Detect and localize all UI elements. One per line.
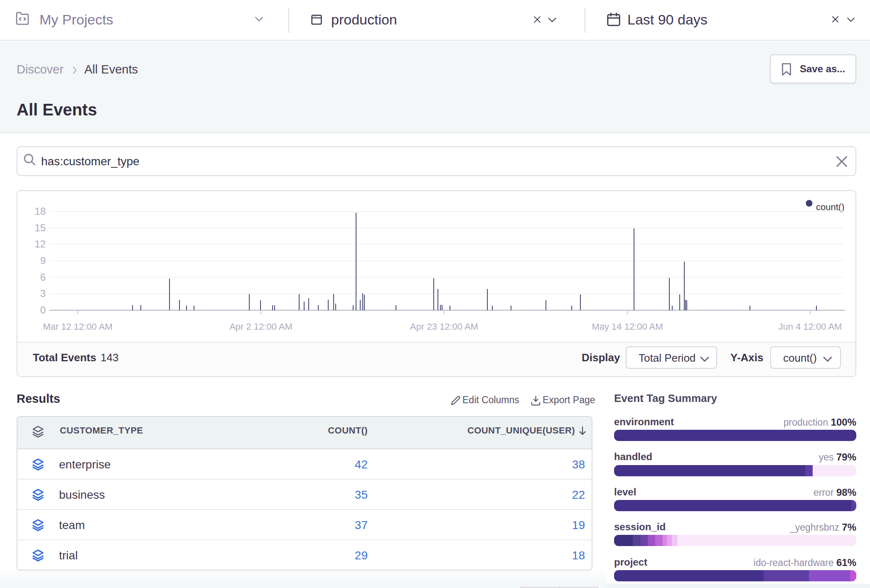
svg-text:May 14 12:00 AM: May 14 12:00 AM bbox=[592, 321, 663, 332]
svg-text:Mar 12 12:00 AM: Mar 12 12:00 AM bbox=[43, 321, 113, 332]
svg-text:3: 3 bbox=[40, 288, 46, 299]
svg-text:6: 6 bbox=[40, 272, 46, 283]
svg-text:0: 0 bbox=[40, 304, 46, 316]
svg-text:12: 12 bbox=[34, 238, 46, 250]
svg-text:Apr 23 12:00 AM: Apr 23 12:00 AM bbox=[410, 321, 478, 332]
svg-text:Apr 2 12:00 AM: Apr 2 12:00 AM bbox=[229, 321, 292, 332]
svg-text:15: 15 bbox=[34, 222, 46, 233]
svg-text:18: 18 bbox=[34, 206, 46, 217]
svg-text:Jun 4 12:00 AM: Jun 4 12:00 AM bbox=[779, 321, 842, 332]
svg-text:9: 9 bbox=[40, 255, 46, 266]
